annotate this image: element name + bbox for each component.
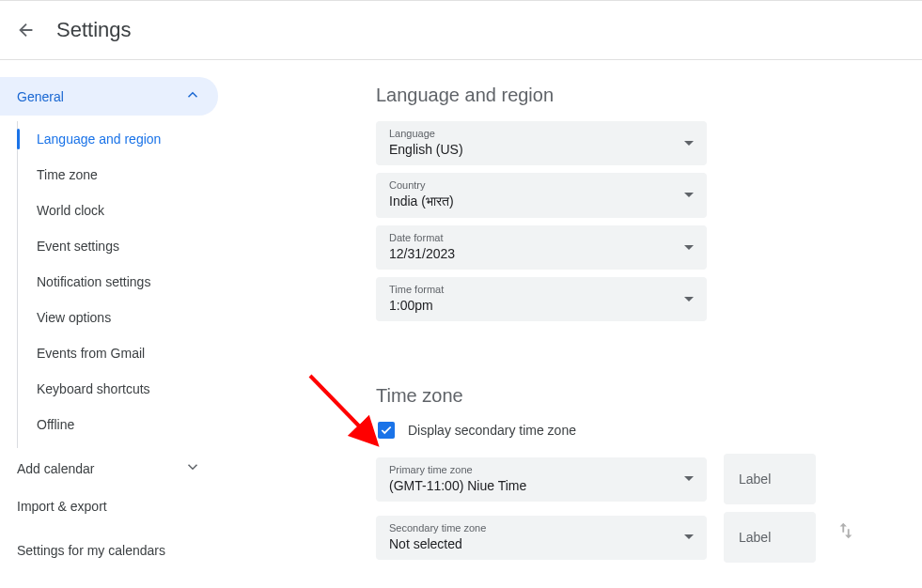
sidebar-item-time-zone[interactable]: Time zone bbox=[18, 157, 244, 193]
language-select[interactable]: Language English (US) bbox=[376, 121, 707, 165]
caret-down-icon bbox=[684, 471, 694, 487]
field-label: Country bbox=[389, 179, 694, 191]
field-value: 12/31/2023 bbox=[389, 246, 694, 261]
display-secondary-checkbox[interactable] bbox=[378, 422, 395, 439]
sidebar-section-general[interactable]: General bbox=[0, 77, 218, 116]
swap-vert-icon bbox=[836, 520, 856, 541]
caret-down-icon bbox=[684, 240, 694, 256]
field-label: Language bbox=[389, 128, 694, 139]
display-secondary-label: Display secondary time zone bbox=[408, 423, 576, 438]
chevron-down-icon bbox=[184, 458, 201, 478]
caret-down-icon bbox=[684, 529, 694, 546]
sidebar-item-import-export[interactable]: Import & export bbox=[0, 488, 218, 524]
sidebar-item-event-settings[interactable]: Event settings bbox=[18, 228, 244, 264]
caret-down-icon bbox=[684, 187, 694, 204]
page-title: Settings bbox=[56, 18, 132, 42]
sidebar-item-world-clock[interactable]: World clock bbox=[18, 193, 244, 228]
section-title-timezone: Time zone bbox=[376, 385, 866, 407]
field-value: (GMT-11:00) Niue Time bbox=[389, 478, 694, 493]
sidebar: General Language and region Time zone Wo… bbox=[0, 60, 244, 588]
arrow-left-icon bbox=[16, 20, 37, 40]
field-value: India (भारत) bbox=[389, 193, 694, 209]
sidebar-item-notification-settings[interactable]: Notification settings bbox=[18, 264, 244, 300]
check-icon bbox=[380, 424, 393, 437]
field-value: English (US) bbox=[389, 142, 694, 157]
time-format-select[interactable]: Time format 1:00pm bbox=[376, 277, 707, 321]
sidebar-section-label: General bbox=[17, 89, 64, 104]
secondary-label-input[interactable]: Label bbox=[724, 512, 816, 563]
chevron-up-icon bbox=[184, 86, 201, 106]
sidebar-item-label: Add calendar bbox=[17, 461, 95, 476]
field-label: Secondary time zone bbox=[389, 522, 694, 534]
sidebar-item-keyboard-shortcuts[interactable]: Keyboard shortcuts bbox=[18, 371, 244, 407]
main-content: Language and region Language English (US… bbox=[244, 60, 922, 588]
secondary-timezone-row: Secondary time zone Not selected Label bbox=[376, 512, 866, 563]
sidebar-subitems: Language and region Time zone World cloc… bbox=[17, 121, 244, 448]
top-bar: Settings bbox=[0, 0, 922, 60]
swap-timezones-button[interactable] bbox=[836, 520, 856, 545]
field-value: 1:00pm bbox=[389, 298, 694, 313]
caret-down-icon bbox=[684, 291, 694, 308]
field-label: Time format bbox=[389, 284, 694, 295]
sidebar-item-language-region[interactable]: Language and region bbox=[18, 121, 244, 157]
country-select[interactable]: Country India (भारत) bbox=[376, 173, 707, 218]
back-button[interactable] bbox=[15, 19, 38, 41]
field-value: Not selected bbox=[389, 536, 694, 551]
sidebar-item-view-options[interactable]: View options bbox=[18, 300, 244, 335]
sidebar-item-label: Import & export bbox=[17, 499, 107, 514]
date-format-select[interactable]: Date format 12/31/2023 bbox=[376, 225, 707, 270]
field-label: Primary time zone bbox=[389, 464, 694, 475]
primary-timezone-select[interactable]: Primary time zone (GMT-11:00) Niue Time bbox=[376, 457, 707, 502]
primary-timezone-row: Primary time zone (GMT-11:00) Niue Time … bbox=[376, 454, 866, 504]
display-secondary-row: Display secondary time zone bbox=[376, 422, 866, 439]
sidebar-item-add-calendar[interactable]: Add calendar bbox=[0, 448, 218, 488]
field-label: Date format bbox=[389, 232, 694, 243]
sidebar-item-events-gmail[interactable]: Events from Gmail bbox=[18, 335, 244, 371]
caret-down-icon bbox=[684, 135, 694, 152]
primary-label-input[interactable]: Label bbox=[724, 454, 816, 504]
sidebar-item-offline[interactable]: Offline bbox=[18, 407, 244, 442]
sidebar-my-calendars-header: Settings for my calendars bbox=[0, 524, 244, 567]
secondary-timezone-select[interactable]: Secondary time zone Not selected bbox=[376, 516, 707, 560]
section-title-language-region: Language and region bbox=[376, 85, 866, 106]
